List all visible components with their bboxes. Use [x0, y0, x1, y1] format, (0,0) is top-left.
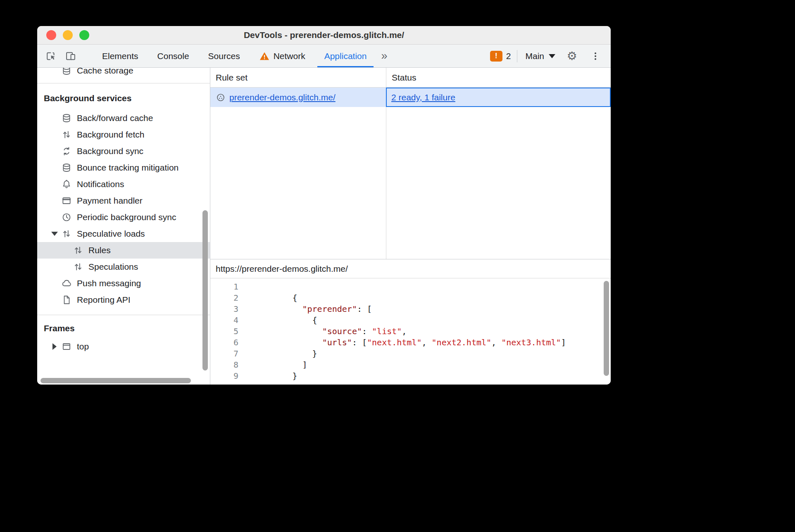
code-line: 5 "source": "list",	[210, 326, 611, 337]
sidebar-item-label: Notifications	[77, 179, 124, 189]
customize-devtools-button[interactable]	[587, 48, 604, 64]
sidebar-item-reporting-api[interactable]: Reporting API	[37, 292, 210, 308]
up-down-arrows-icon	[61, 129, 72, 140]
code-line: 7 }	[210, 348, 611, 359]
sidebar-horizontal-scrollbar[interactable]	[40, 378, 191, 383]
inspect-element-button[interactable]	[42, 48, 60, 64]
sidebar-item-bounce-tracking-mitigation[interactable]: Bounce tracking mitigation	[37, 159, 210, 176]
bell-icon	[61, 179, 72, 190]
context-label: Main	[525, 51, 544, 61]
sidebar-item-label: Speculative loads	[77, 229, 145, 239]
database-icon	[61, 162, 72, 173]
sidebar-item-label: Periodic background sync	[77, 212, 176, 222]
rule-sets-table: Rule set Status prerender-demos.glitch.m…	[210, 68, 611, 259]
rule-set-preview: https://prerender-demos.glitch.me/ 12 {3…	[210, 259, 611, 385]
rule-set-icon	[216, 93, 226, 102]
tab-application[interactable]: Application	[315, 45, 376, 67]
sidebar-vertical-scrollbar[interactable]	[202, 210, 208, 370]
tab-label: Application	[324, 51, 367, 61]
sidebar-item-label: Background fetch	[77, 130, 144, 140]
more-tabs-button[interactable]: »	[376, 45, 392, 67]
sidebar-item-label: top	[77, 342, 89, 352]
sync-arrows-icon	[61, 146, 72, 157]
sidebar-item-background-sync[interactable]: Background sync	[37, 143, 210, 159]
status-link[interactable]: 2 ready, 1 failure	[391, 93, 455, 102]
line-number: 4	[210, 315, 243, 326]
code-text: ]	[243, 359, 307, 370]
frame-icon	[61, 341, 72, 352]
code-text: {	[243, 315, 317, 326]
kebab-menu-icon	[590, 51, 601, 62]
sidebar-item-back-forward-cache[interactable]: Back/forward cache	[37, 110, 210, 126]
column-header-rule-set: Rule set	[210, 73, 386, 83]
sidebar-item-label: Rules	[88, 245, 111, 255]
issues-counter-button[interactable]: ! 2	[490, 51, 511, 62]
up-down-arrows-icon	[73, 261, 83, 272]
sidebar-item-label: Bounce tracking mitigation	[77, 163, 179, 173]
sidebar-item-speculative-loads[interactable]: Speculative loads	[37, 226, 210, 242]
rule-set-cell[interactable]: prerender-demos.glitch.me/	[210, 88, 386, 107]
line-number: 2	[210, 292, 243, 304]
settings-button[interactable]: ⚙	[563, 48, 581, 64]
close-window-button[interactable]	[46, 30, 56, 40]
tab-label: Elements	[102, 51, 138, 61]
rule-set-link[interactable]: prerender-demos.glitch.me/	[229, 93, 336, 102]
sidebar-item-label: Push messaging	[77, 278, 141, 288]
titlebar: DevTools - prerender-demos.glitch.me/	[37, 26, 611, 45]
minimize-window-button[interactable]	[63, 30, 73, 40]
tab-label: Sources	[208, 51, 240, 61]
payment-card-icon	[61, 195, 72, 206]
code-text: "prerender": [	[243, 304, 372, 315]
sidebar-item-label: Speculations	[88, 262, 138, 272]
collapsed-twisty-icon[interactable]	[52, 343, 57, 350]
tab-elements[interactable]: Elements	[93, 45, 148, 67]
sidebar-item-notifications[interactable]: Notifications	[37, 176, 210, 192]
line-number: 7	[210, 348, 243, 359]
toolbar-left-icons	[37, 45, 81, 67]
document-icon	[61, 294, 72, 305]
tab-label: Network	[274, 51, 305, 61]
tab-label: Console	[157, 51, 189, 61]
tab-sources[interactable]: Sources	[199, 45, 250, 67]
line-number: 9	[210, 370, 243, 382]
sidebar-item-payment-handler[interactable]: Payment handler	[37, 192, 210, 209]
sidebar-item-speculations[interactable]: Speculations	[37, 259, 210, 275]
line-number: 8	[210, 359, 243, 370]
sidebar-item-periodic-background-sync[interactable]: Periodic background sync	[37, 209, 210, 226]
devtools-content: Cache storage Background services Back/f…	[37, 68, 611, 385]
toolbar-divider	[517, 50, 517, 62]
code-line: 3 "prerender": [	[210, 304, 611, 315]
sidebar-item-label: Background sync	[77, 146, 143, 156]
panel-tabs: Elements Console Sources Network Applica…	[93, 45, 392, 67]
line-number: 1	[210, 281, 243, 292]
zoom-window-button[interactable]	[79, 30, 89, 40]
up-down-arrows-icon	[73, 245, 83, 256]
status-cell[interactable]: 2 ready, 1 failure	[386, 88, 611, 107]
line-number: 5	[210, 326, 243, 337]
javascript-context-selector[interactable]: Main	[524, 51, 557, 61]
sidebar-item-push-messaging[interactable]: Push messaging	[37, 275, 210, 292]
tab-console[interactable]: Console	[148, 45, 199, 67]
code-text: "source": "list",	[243, 326, 407, 337]
code-line: 1	[210, 281, 611, 292]
clock-icon	[61, 212, 72, 223]
sidebar-item-background-fetch[interactable]: Background fetch	[37, 126, 210, 143]
sidebar-item-top-frame[interactable]: top	[37, 338, 210, 355]
code-text: }	[243, 370, 297, 382]
device-toolbar-button[interactable]	[62, 48, 79, 64]
sidebar-item-rules[interactable]: Rules	[37, 242, 210, 259]
database-icon	[61, 68, 72, 76]
toolbar-right-cluster: ! 2 Main ⚙	[490, 45, 611, 67]
code-vertical-scrollbar[interactable]	[604, 281, 609, 376]
expanded-twisty-icon[interactable]	[51, 232, 58, 236]
code-text: "urls": ["next.html", "next2.html", "nex…	[243, 337, 566, 348]
tab-network[interactable]: Network	[250, 45, 315, 67]
device-toolbar-icon	[65, 50, 76, 62]
inspect-cursor-icon	[45, 50, 57, 62]
code-text: {	[243, 292, 297, 304]
column-header-status: Status	[386, 73, 417, 83]
sidebar-item-label: Reporting API	[77, 295, 131, 305]
application-sidebar: Cache storage Background services Back/f…	[37, 68, 210, 385]
line-number: 3	[210, 304, 243, 315]
sidebar-item-cache-storage[interactable]: Cache storage	[37, 68, 210, 79]
